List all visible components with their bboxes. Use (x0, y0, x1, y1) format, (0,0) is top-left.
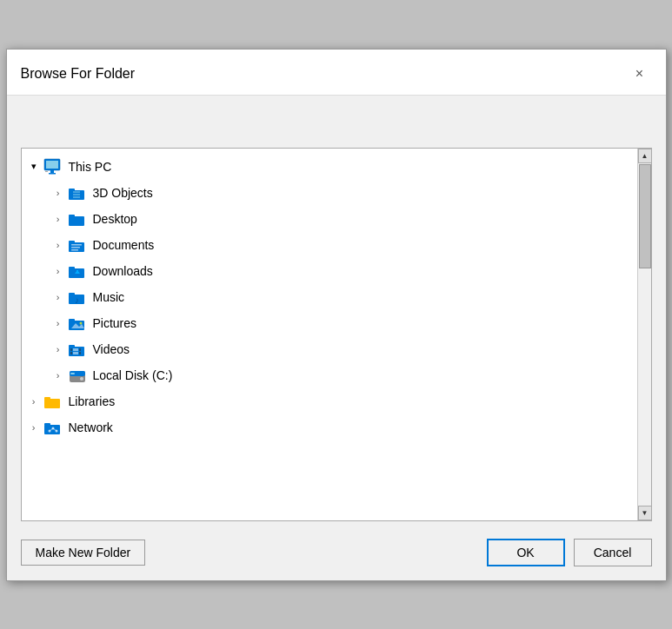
svg-rect-22 (69, 293, 75, 295)
expand-arrow-music[interactable]: › (50, 288, 67, 306)
folder-videos-icon (67, 339, 88, 360)
svg-rect-14 (71, 244, 82, 246)
subtitle-area (7, 96, 666, 148)
svg-rect-39 (70, 373, 75, 374)
folder-network-icon (43, 417, 63, 438)
tree-item-this-pc[interactable]: ▾ This PC (22, 154, 637, 180)
svg-rect-33 (70, 352, 72, 354)
tree-item-3d-objects[interactable]: › 3D Objects (22, 180, 637, 206)
expand-arrow-pictures[interactable]: › (50, 314, 67, 332)
music-label: Music (93, 290, 125, 304)
close-button[interactable]: × (628, 62, 652, 86)
folder-desktop-icon (67, 209, 88, 229)
svg-text:♪: ♪ (75, 295, 79, 305)
tree-item-documents[interactable]: › Documents (22, 232, 637, 258)
svg-rect-1 (46, 161, 58, 169)
downloads-label: Downloads (93, 264, 153, 278)
left-buttons: Make New Folder (21, 540, 146, 566)
folder-downloads-icon (67, 261, 88, 281)
folder-pictures-icon (67, 313, 88, 334)
title-bar: Browse For Folder × (7, 50, 666, 96)
make-new-folder-button[interactable]: Make New Folder (21, 540, 146, 566)
svg-rect-13 (69, 241, 75, 243)
svg-rect-35 (79, 352, 81, 354)
expand-arrow-this-pc[interactable]: ▾ (25, 158, 43, 175)
tree-item-desktop[interactable]: › Desktop (22, 206, 637, 232)
button-row: Make New Folder OK Cancel (7, 532, 666, 580)
tree-item-videos[interactable]: › Videos (22, 336, 637, 362)
svg-rect-34 (73, 352, 78, 354)
expand-arrow-network[interactable]: › (25, 419, 43, 436)
tree-item-local-disk[interactable]: › Local Disk (C:) (22, 362, 637, 388)
svg-rect-43 (44, 423, 50, 426)
local-disk-label: Local Disk (C:) (93, 368, 173, 382)
tree-item-downloads[interactable]: › Downloads (22, 258, 637, 284)
this-pc-label: This PC (69, 160, 112, 174)
documents-label: Documents (93, 238, 155, 252)
disk-c-icon (67, 365, 88, 386)
folder-documents-icon (67, 235, 88, 255)
svg-rect-15 (71, 247, 80, 248)
scrollbar-track[interactable] (638, 163, 651, 506)
tree-item-network[interactable]: › Network (22, 414, 637, 440)
svg-rect-2 (50, 170, 54, 173)
desktop-label: Desktop (93, 212, 137, 226)
expand-arrow-desktop[interactable]: › (50, 210, 67, 228)
browse-for-folder-dialog: Browse For Folder × ▾ (6, 49, 667, 581)
svg-rect-40 (44, 399, 60, 408)
expand-arrow-3d-objects[interactable]: › (50, 184, 67, 202)
videos-label: Videos (93, 342, 130, 356)
svg-rect-6 (69, 189, 75, 191)
ok-button[interactable]: OK (487, 539, 565, 566)
expand-arrow-local-disk[interactable]: › (50, 367, 67, 384)
scroll-down-button[interactable]: ▼ (638, 506, 652, 520)
folder-3d-icon (67, 182, 88, 203)
tree-scroll[interactable]: ▾ This PC › (22, 149, 637, 520)
scrollbar-thumb[interactable] (639, 164, 651, 268)
svg-rect-28 (69, 347, 84, 356)
cancel-button[interactable]: Cancel (574, 539, 652, 566)
right-buttons: OK Cancel (487, 539, 652, 566)
expand-arrow-downloads[interactable]: › (50, 262, 67, 280)
expand-arrow-documents[interactable]: › (50, 236, 67, 254)
svg-point-38 (80, 377, 83, 381)
svg-rect-25 (69, 319, 75, 321)
network-label: Network (69, 420, 113, 434)
tree-container: ▾ This PC › (21, 148, 652, 521)
svg-point-27 (79, 321, 82, 324)
svg-rect-3 (49, 173, 56, 175)
svg-rect-42 (44, 425, 60, 434)
pc-icon (43, 156, 63, 177)
svg-rect-41 (44, 397, 50, 400)
svg-rect-20 (77, 270, 78, 274)
svg-rect-31 (73, 348, 78, 351)
dialog-title: Browse For Folder (21, 66, 136, 82)
svg-rect-32 (79, 348, 81, 351)
libraries-label: Libraries (69, 394, 116, 408)
scroll-up-button[interactable]: ▲ (638, 149, 652, 163)
svg-rect-29 (69, 345, 75, 348)
3d-objects-label: 3D Objects (93, 186, 153, 200)
folder-libraries-icon (43, 391, 63, 412)
folder-music-icon: ♪ (67, 287, 88, 308)
tree-item-pictures[interactable]: › Pictures (22, 310, 637, 336)
svg-rect-16 (71, 249, 78, 251)
svg-rect-18 (69, 267, 75, 269)
scrollbar: ▲ ▼ (637, 149, 651, 520)
svg-rect-10 (69, 216, 84, 226)
tree-item-libraries[interactable]: › Libraries (22, 388, 637, 414)
svg-rect-4 (45, 171, 48, 172)
expand-arrow-videos[interactable]: › (50, 341, 67, 358)
pictures-label: Pictures (93, 316, 137, 330)
svg-rect-30 (70, 348, 72, 351)
tree-item-music[interactable]: › ♪ Music (22, 284, 637, 310)
svg-rect-11 (69, 215, 75, 217)
expand-arrow-libraries[interactable]: › (25, 393, 43, 410)
